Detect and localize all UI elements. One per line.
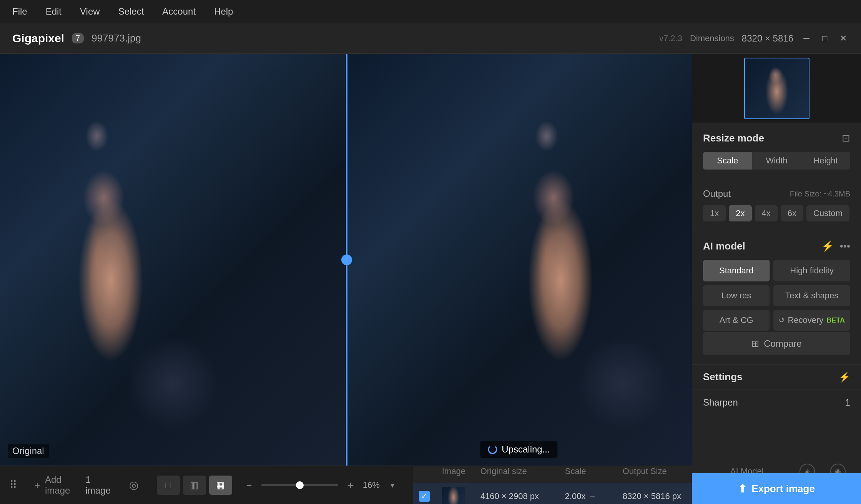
main-layout: Original Upscaling... [0,54,861,466]
export-button[interactable]: ⬆ Export image [692,473,861,504]
model-grid: Standard High fidelity Low res Text & sh… [703,260,850,331]
resize-mode-title: Resize mode [703,132,764,144]
canvas-divider [346,54,347,466]
scale-4x[interactable]: 4x [755,205,778,221]
image-count: 1 image [85,474,110,496]
dimensions-value: 8320 × 5816 [742,33,793,44]
settings-lightning-icon[interactable]: ⚡ [839,372,850,383]
zoom-slider[interactable] [261,484,338,486]
sharpen-label: Sharpen [703,397,738,408]
titlebar: Gigapixel 7 997973.jpg v7.2.3 Dimensions… [0,23,861,54]
menu-account[interactable]: Account [159,5,199,18]
col-header-image: Image [436,466,474,476]
filename: 997973.jpg [91,32,141,44]
resize-icon[interactable]: ⊡ [842,132,850,144]
ai-model-title: AI model [703,240,745,252]
canvas-area: Original Upscaling... [0,54,692,466]
model-high-fidelity[interactable]: High fidelity [773,260,850,281]
zoom-value: 16% [363,480,386,490]
view-split-h[interactable]: ▦ [209,476,232,495]
arrow-icon: → [588,491,597,501]
export-icon: ⬆ [738,482,747,495]
sharpen-row: Sharpen 1 [692,389,861,414]
upscaling-label: Upscaling... [502,444,550,455]
row-thumbnail [442,487,465,504]
view-mode-buttons: □ ▥ ▦ [157,476,232,495]
upscaled-figure [346,54,692,466]
window-controls: ─ □ ✕ [801,33,849,44]
menu-help[interactable]: Help [211,5,236,18]
sharpen-value[interactable]: 1 [845,397,850,408]
ai-model-section: AI model ⚡ ••• Standard High fidelity Lo… [692,231,861,365]
export-label: Export image [751,483,815,495]
scale-buttons: 1x 2x 4x 6x Custom [703,205,850,221]
col-header-origsize: Original size [474,466,559,476]
scale-1x[interactable]: 1x [703,205,726,221]
maximize-button[interactable]: □ [819,33,830,44]
view-single[interactable]: □ [157,476,180,495]
resize-mode-section: Resize mode ⊡ Scale Width Height [692,123,861,179]
resize-mode-tabs: Scale Width Height [703,152,850,170]
panel-thumbnail[interactable] [744,58,809,119]
menubar: File Edit View Select Account Help [0,0,861,23]
panel-thumbnail-area [692,54,861,123]
add-image-label: Add image [45,474,70,496]
canvas-original: Original [0,54,346,466]
model-standard[interactable]: Standard [703,260,770,281]
original-label: Original [8,444,49,458]
settings-title: Settings [703,371,743,383]
output-section: Output File Size: ~4.3MB 1x 2x 4x 6x Cus… [692,179,861,231]
beta-tag: BETA [826,316,845,324]
scale-value: 2.00x [565,491,586,501]
color-mode-icon[interactable]: ◎ [129,474,138,497]
version: v7.2.3 [659,33,682,43]
zoom-control: － ＋ 16% ▾ [241,477,394,493]
menu-file[interactable]: File [9,5,30,18]
canvas-upscaled: Upscaling... [346,54,692,466]
add-image-button[interactable]: ＋ Add image [27,474,76,497]
output-label: Output [703,188,731,199]
lightning-icon[interactable]: ⚡ [821,240,834,252]
zoom-minus-button[interactable]: － [241,477,257,493]
row-checkbox[interactable]: ✓ [419,491,430,502]
upscaling-badge: Upscaling... [480,441,557,458]
zoom-slider-thumb[interactable] [296,481,304,489]
plus-icon: ＋ [33,479,42,491]
recovery-icon: ↺ [779,316,785,324]
model-text-shapes[interactable]: Text & shapes [773,285,850,306]
col-header-scale: Scale [559,466,617,476]
model-recovery-label: Recovery [788,315,823,325]
view-split-v[interactable]: ▥ [183,476,206,495]
model-art-cg[interactable]: Art & CG [703,310,770,331]
scale-custom[interactable]: Custom [806,205,849,221]
row-original-size: 4160 × 2908 px [474,491,559,501]
tab-width[interactable]: Width [752,152,801,170]
menu-edit[interactable]: Edit [43,5,65,18]
more-icon[interactable]: ••• [840,240,850,252]
scale-6x[interactable]: 6x [781,205,803,221]
scale-2x[interactable]: 2x [729,205,751,221]
menu-view[interactable]: View [77,5,103,18]
app-name: Gigapixel [12,32,64,45]
file-size: File Size: ~4.3MB [790,190,850,198]
right-panel: Resize mode ⊡ Scale Width Height Output … [692,54,861,466]
divider-handle[interactable] [341,254,352,265]
drag-icon[interactable]: ⠿ [9,474,17,497]
compare-label: Compare [764,338,802,349]
zoom-dropdown-icon[interactable]: ▾ [391,481,394,490]
model-recovery[interactable]: ↺ Recovery BETA [773,310,850,331]
tab-scale[interactable]: Scale [703,152,752,170]
tab-height[interactable]: Height [801,152,850,170]
minimize-button[interactable]: ─ [801,33,812,44]
model-low-res[interactable]: Low res [703,285,770,306]
badge: 7 [72,33,84,43]
row-scale: 2.00x → [559,491,617,501]
panel-thumb-figure [745,58,809,118]
row-thumb-figure [442,487,465,504]
zoom-plus-button[interactable]: ＋ [343,477,358,493]
compare-button[interactable]: ⊞ Compare [703,332,850,355]
upscaling-spinner [488,445,497,454]
close-button[interactable]: ✕ [838,33,849,44]
menu-select[interactable]: Select [115,5,147,18]
dimensions-label: Dimensions [690,33,734,43]
